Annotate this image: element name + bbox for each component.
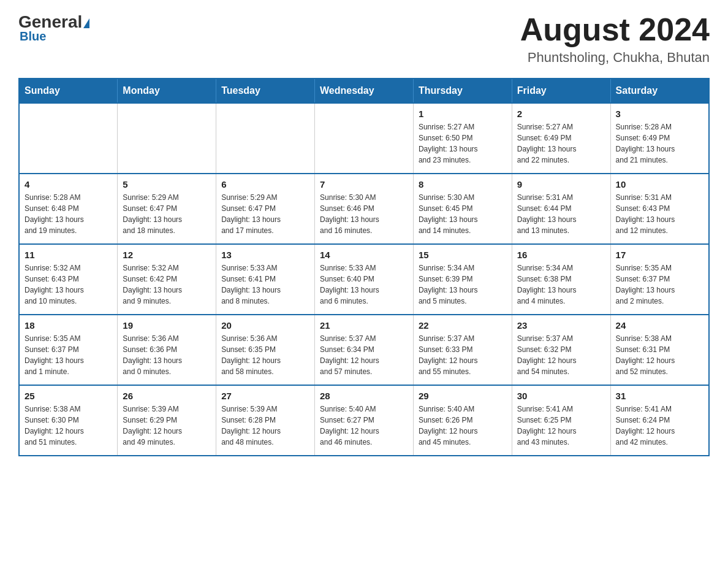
calendar-week-3: 11Sunrise: 5:32 AM Sunset: 6:43 PM Dayli… xyxy=(19,244,709,315)
day-number: 18 xyxy=(25,320,112,331)
day-number: 6 xyxy=(221,179,309,190)
day-number: 11 xyxy=(25,250,112,260)
day-info: Sunrise: 5:30 AM Sunset: 6:46 PM Dayligh… xyxy=(320,192,408,236)
day-info: Sunrise: 5:37 AM Sunset: 6:34 PM Dayligh… xyxy=(320,333,408,377)
day-number: 31 xyxy=(616,391,703,401)
header-tuesday: Tuesday xyxy=(216,79,315,103)
day-info: Sunrise: 5:37 AM Sunset: 6:33 PM Dayligh… xyxy=(419,333,507,377)
day-info: Sunrise: 5:36 AM Sunset: 6:36 PM Dayligh… xyxy=(123,333,211,377)
day-number: 28 xyxy=(320,391,408,401)
header-saturday: Saturday xyxy=(610,79,709,103)
calendar-cell xyxy=(315,103,414,174)
calendar-header-row: SundayMondayTuesdayWednesdayThursdayFrid… xyxy=(19,79,709,103)
header-monday: Monday xyxy=(118,79,216,103)
day-info: Sunrise: 5:33 AM Sunset: 6:40 PM Dayligh… xyxy=(320,262,408,307)
calendar-cell: 23Sunrise: 5:37 AM Sunset: 6:32 PM Dayli… xyxy=(512,315,610,385)
calendar-cell: 30Sunrise: 5:41 AM Sunset: 6:25 PM Dayli… xyxy=(512,385,610,456)
calendar-cell: 31Sunrise: 5:41 AM Sunset: 6:24 PM Dayli… xyxy=(610,385,709,456)
calendar-cell: 18Sunrise: 5:35 AM Sunset: 6:37 PM Dayli… xyxy=(19,315,118,385)
day-info: Sunrise: 5:41 AM Sunset: 6:25 PM Dayligh… xyxy=(517,404,605,448)
location-title: Phuntsholing, Chukha, Bhutan xyxy=(520,50,710,66)
day-number: 19 xyxy=(123,320,211,331)
day-number: 4 xyxy=(25,179,112,190)
day-info: Sunrise: 5:29 AM Sunset: 6:47 PM Dayligh… xyxy=(123,192,211,236)
day-info: Sunrise: 5:33 AM Sunset: 6:41 PM Dayligh… xyxy=(221,262,309,307)
calendar-cell: 3Sunrise: 5:28 AM Sunset: 6:49 PM Daylig… xyxy=(610,103,709,174)
day-info: Sunrise: 5:32 AM Sunset: 6:42 PM Dayligh… xyxy=(123,262,211,307)
calendar-cell: 8Sunrise: 5:30 AM Sunset: 6:45 PM Daylig… xyxy=(413,174,512,244)
calendar-cell: 27Sunrise: 5:39 AM Sunset: 6:28 PM Dayli… xyxy=(216,385,315,456)
calendar-cell: 6Sunrise: 5:29 AM Sunset: 6:47 PM Daylig… xyxy=(216,174,315,244)
day-number: 13 xyxy=(221,250,309,260)
logo: General Blue xyxy=(18,12,89,44)
calendar-cell: 14Sunrise: 5:33 AM Sunset: 6:40 PM Dayli… xyxy=(315,244,414,315)
day-number: 23 xyxy=(517,320,605,331)
calendar-cell: 12Sunrise: 5:32 AM Sunset: 6:42 PM Dayli… xyxy=(118,244,216,315)
day-info: Sunrise: 5:28 AM Sunset: 6:49 PM Dayligh… xyxy=(616,121,703,166)
calendar-cell: 17Sunrise: 5:35 AM Sunset: 6:37 PM Dayli… xyxy=(610,244,709,315)
day-info: Sunrise: 5:34 AM Sunset: 6:38 PM Dayligh… xyxy=(517,262,605,307)
day-number: 1 xyxy=(419,109,507,119)
calendar-cell: 22Sunrise: 5:37 AM Sunset: 6:33 PM Dayli… xyxy=(413,315,512,385)
calendar-cell: 28Sunrise: 5:40 AM Sunset: 6:27 PM Dayli… xyxy=(315,385,414,456)
day-info: Sunrise: 5:37 AM Sunset: 6:32 PM Dayligh… xyxy=(517,333,605,377)
day-info: Sunrise: 5:38 AM Sunset: 6:30 PM Dayligh… xyxy=(25,404,112,448)
calendar-week-2: 4Sunrise: 5:28 AM Sunset: 6:48 PM Daylig… xyxy=(19,174,709,244)
page-header: General Blue August 2024 Phuntsholing, C… xyxy=(18,12,710,66)
calendar-week-5: 25Sunrise: 5:38 AM Sunset: 6:30 PM Dayli… xyxy=(19,385,709,456)
calendar-cell: 2Sunrise: 5:27 AM Sunset: 6:49 PM Daylig… xyxy=(512,103,610,174)
day-number: 20 xyxy=(221,320,309,331)
day-number: 5 xyxy=(123,179,211,190)
day-number: 15 xyxy=(419,250,507,260)
day-number: 21 xyxy=(320,320,408,331)
day-info: Sunrise: 5:30 AM Sunset: 6:45 PM Dayligh… xyxy=(419,192,507,236)
day-number: 22 xyxy=(419,320,507,331)
day-number: 8 xyxy=(419,179,507,190)
day-info: Sunrise: 5:32 AM Sunset: 6:43 PM Dayligh… xyxy=(25,262,112,307)
day-info: Sunrise: 5:31 AM Sunset: 6:43 PM Dayligh… xyxy=(616,192,703,236)
logo-triangle-icon xyxy=(83,18,89,28)
calendar-cell: 9Sunrise: 5:31 AM Sunset: 6:44 PM Daylig… xyxy=(512,174,610,244)
day-info: Sunrise: 5:38 AM Sunset: 6:31 PM Dayligh… xyxy=(616,333,703,377)
day-info: Sunrise: 5:36 AM Sunset: 6:35 PM Dayligh… xyxy=(221,333,309,377)
calendar-cell: 19Sunrise: 5:36 AM Sunset: 6:36 PM Dayli… xyxy=(118,315,216,385)
day-info: Sunrise: 5:35 AM Sunset: 6:37 PM Dayligh… xyxy=(25,333,112,377)
day-number: 30 xyxy=(517,391,605,401)
title-section: August 2024 Phuntsholing, Chukha, Bhutan xyxy=(520,12,710,66)
day-number: 12 xyxy=(123,250,211,260)
calendar-cell: 10Sunrise: 5:31 AM Sunset: 6:43 PM Dayli… xyxy=(610,174,709,244)
calendar-cell: 13Sunrise: 5:33 AM Sunset: 6:41 PM Dayli… xyxy=(216,244,315,315)
calendar-cell: 26Sunrise: 5:39 AM Sunset: 6:29 PM Dayli… xyxy=(118,385,216,456)
day-number: 25 xyxy=(25,391,112,401)
day-number: 3 xyxy=(616,109,703,119)
calendar-cell: 11Sunrise: 5:32 AM Sunset: 6:43 PM Dayli… xyxy=(19,244,118,315)
day-number: 10 xyxy=(616,179,703,190)
calendar-cell: 15Sunrise: 5:34 AM Sunset: 6:39 PM Dayli… xyxy=(413,244,512,315)
day-info: Sunrise: 5:41 AM Sunset: 6:24 PM Dayligh… xyxy=(616,404,703,448)
day-info: Sunrise: 5:39 AM Sunset: 6:29 PM Dayligh… xyxy=(123,404,211,448)
calendar-cell xyxy=(118,103,216,174)
day-number: 27 xyxy=(221,391,309,401)
day-info: Sunrise: 5:40 AM Sunset: 6:26 PM Dayligh… xyxy=(419,404,507,448)
day-number: 26 xyxy=(123,391,211,401)
month-title: August 2024 xyxy=(520,12,710,47)
logo-blue: Blue xyxy=(18,29,46,44)
day-info: Sunrise: 5:34 AM Sunset: 6:39 PM Dayligh… xyxy=(419,262,507,307)
calendar-cell: 4Sunrise: 5:28 AM Sunset: 6:48 PM Daylig… xyxy=(19,174,118,244)
calendar-cell: 24Sunrise: 5:38 AM Sunset: 6:31 PM Dayli… xyxy=(610,315,709,385)
day-info: Sunrise: 5:40 AM Sunset: 6:27 PM Dayligh… xyxy=(320,404,408,448)
day-number: 29 xyxy=(419,391,507,401)
calendar-cell: 1Sunrise: 5:27 AM Sunset: 6:50 PM Daylig… xyxy=(413,103,512,174)
day-info: Sunrise: 5:29 AM Sunset: 6:47 PM Dayligh… xyxy=(221,192,309,236)
day-number: 14 xyxy=(320,250,408,260)
day-number: 9 xyxy=(517,179,605,190)
calendar-cell xyxy=(216,103,315,174)
calendar-cell: 29Sunrise: 5:40 AM Sunset: 6:26 PM Dayli… xyxy=(413,385,512,456)
calendar-cell: 25Sunrise: 5:38 AM Sunset: 6:30 PM Dayli… xyxy=(19,385,118,456)
day-info: Sunrise: 5:31 AM Sunset: 6:44 PM Dayligh… xyxy=(517,192,605,236)
calendar-week-4: 18Sunrise: 5:35 AM Sunset: 6:37 PM Dayli… xyxy=(19,315,709,385)
day-info: Sunrise: 5:28 AM Sunset: 6:48 PM Dayligh… xyxy=(25,192,112,236)
calendar-cell: 20Sunrise: 5:36 AM Sunset: 6:35 PM Dayli… xyxy=(216,315,315,385)
calendar-cell: 5Sunrise: 5:29 AM Sunset: 6:47 PM Daylig… xyxy=(118,174,216,244)
calendar-week-1: 1Sunrise: 5:27 AM Sunset: 6:50 PM Daylig… xyxy=(19,103,709,174)
